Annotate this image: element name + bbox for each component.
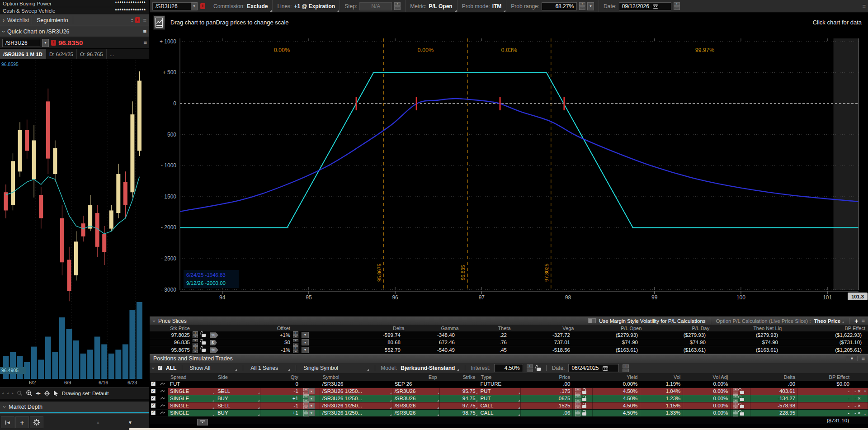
symbol-cell[interactable]: /SR3U26 1/250... bbox=[320, 402, 392, 409]
column-header[interactable] bbox=[731, 374, 750, 381]
price-controls[interactable]: +− bbox=[573, 410, 593, 416]
column-header[interactable]: Strike bbox=[440, 374, 478, 381]
column-header[interactable] bbox=[301, 374, 320, 381]
calendar-icon[interactable] bbox=[603, 366, 608, 371]
exp-cell[interactable]: /SR3U26 bbox=[392, 395, 440, 402]
price-controls[interactable]: +− bbox=[573, 388, 593, 395]
drawing-set-label[interactable]: Drawing set: Default bbox=[62, 391, 109, 396]
spread-cell[interactable]: SINGLE bbox=[168, 402, 215, 409]
unlock-icon[interactable] bbox=[202, 340, 210, 345]
price-controls[interactable]: +− bbox=[573, 395, 593, 402]
column-header[interactable]: Symbol bbox=[320, 374, 392, 381]
row-checkbox[interactable] bbox=[151, 389, 156, 393]
exp-cell[interactable]: /SR3U26 bbox=[392, 388, 440, 395]
strike-cell[interactable]: 98.75 bbox=[440, 410, 478, 416]
watchlist-label[interactable]: Watchlist bbox=[7, 17, 29, 24]
zoom-out-icon[interactable] bbox=[17, 390, 23, 396]
collapse-up-icon[interactable]: ▲ bbox=[96, 420, 100, 425]
commission-dropdown[interactable]: Commission: Exclude bbox=[209, 0, 273, 12]
offset-dropdown-button[interactable]: ▼ bbox=[302, 347, 309, 353]
date-input[interactable]: 09/12/2026 bbox=[619, 2, 671, 10]
column-header[interactable]: Vol bbox=[640, 374, 683, 381]
column-header[interactable] bbox=[573, 374, 593, 381]
positions-date-input[interactable]: 06/24/2025 bbox=[568, 364, 619, 372]
column-header[interactable]: BP Effect bbox=[784, 325, 868, 331]
symbol-cell[interactable]: /SR3U26 1/250... bbox=[320, 388, 392, 395]
row-checkbox[interactable] bbox=[151, 382, 156, 386]
price-slices-menu-icon[interactable]: ≡ bbox=[861, 317, 864, 324]
expand-down-icon[interactable]: ▼ bbox=[128, 420, 132, 425]
column-header[interactable]: P/L Open bbox=[576, 325, 644, 331]
column-header[interactable]: Theta bbox=[462, 325, 514, 331]
row-checkbox[interactable] bbox=[151, 396, 156, 401]
offset-mode-tag[interactable]: % bbox=[210, 347, 225, 353]
strike-cell[interactable]: 95.75 bbox=[440, 388, 478, 395]
type-cell[interactable]: FUTURE bbox=[478, 381, 521, 387]
interest-stepper[interactable]: +− bbox=[527, 364, 533, 372]
offset-value[interactable]: $0 bbox=[225, 339, 293, 346]
row-checkbox[interactable] bbox=[151, 411, 156, 415]
stk-price-value[interactable]: 97.8025 bbox=[150, 331, 193, 339]
symbol-row-menu-icon[interactable]: ≡ bbox=[143, 39, 146, 46]
offset-value[interactable]: +1% bbox=[225, 331, 293, 339]
analyze-trade-icon[interactable] bbox=[160, 396, 165, 401]
strike-cell[interactable] bbox=[440, 381, 478, 387]
step-stepper[interactable]: +− bbox=[394, 2, 401, 10]
zoom-in-icon[interactable] bbox=[26, 390, 33, 397]
date-stepper[interactable]: +− bbox=[674, 2, 680, 10]
analyze-trade-icon[interactable] bbox=[160, 389, 165, 393]
alert-badge-icon[interactable] bbox=[135, 17, 140, 23]
price-controls[interactable]: +− bbox=[573, 402, 593, 409]
prob-range-dropdown-button[interactable]: ▼ bbox=[587, 2, 594, 10]
column-header[interactable]: Type bbox=[478, 374, 521, 381]
chevron-down-icon[interactable]: › bbox=[0, 31, 7, 33]
column-header[interactable]: BP Effect bbox=[798, 374, 852, 381]
chevron-right-icon[interactable]: › bbox=[3, 17, 5, 24]
calendar-icon[interactable] bbox=[653, 4, 658, 9]
step-input[interactable]: N/A bbox=[359, 2, 392, 10]
vol-adj-controls[interactable]: +− bbox=[731, 388, 750, 395]
model-dropdown[interactable]: Bjerksund-Stensland bbox=[401, 365, 459, 371]
symbol-input[interactable]: /SR3U26 bbox=[152, 2, 191, 10]
column-header[interactable]: Delta bbox=[346, 325, 407, 331]
add-gadget-icon[interactable]: + bbox=[15, 416, 29, 428]
column-header[interactable]: P/L Day bbox=[644, 325, 712, 331]
unlock-icon[interactable] bbox=[202, 347, 210, 353]
gear-icon[interactable] bbox=[30, 416, 43, 428]
scroll-left-icon[interactable]: ◂ bbox=[7, 391, 9, 395]
dock-left-icon[interactable]: ◀ bbox=[1, 416, 14, 428]
quick-chart-header[interactable]: › Quick Chart on /SR3U26 ≡ bbox=[0, 26, 149, 37]
risk-profile-chart[interactable]: + 1000+ 5000- 500- 1000- 1500- 2000- 250… bbox=[150, 34, 868, 317]
spread-cell[interactable]: SINGLE bbox=[168, 410, 215, 416]
symbol-cell[interactable]: /SR3U26 bbox=[320, 381, 392, 387]
side-cell[interactable] bbox=[215, 381, 260, 387]
offset-stepper[interactable]: +− bbox=[293, 331, 302, 338]
chevron-down-icon[interactable]: › bbox=[150, 367, 156, 369]
analyze-trade-icon[interactable] bbox=[160, 411, 165, 415]
symbol-dropdown-button[interactable]: ▼ bbox=[42, 39, 49, 47]
vol-adj-controls[interactable]: +− bbox=[731, 395, 750, 402]
column-header[interactable]: Vol Adj bbox=[683, 374, 731, 381]
sort-icon[interactable]: ▴▾ bbox=[131, 18, 132, 23]
exp-cell[interactable]: /SR3U26 bbox=[392, 410, 440, 416]
offset-stepper[interactable]: +− bbox=[293, 339, 302, 346]
column-header[interactable]: Yield bbox=[593, 374, 640, 381]
vol-adj-controls[interactable]: +− bbox=[731, 402, 750, 409]
side-cell[interactable]: SELL bbox=[215, 388, 260, 395]
analyze-trade-icon[interactable] bbox=[160, 403, 165, 408]
vol-adj-controls[interactable]: +− bbox=[731, 410, 750, 416]
qty-controls[interactable]: +−▼ bbox=[301, 388, 320, 395]
crosshair-icon[interactable] bbox=[44, 390, 50, 397]
scroll-up-icon[interactable]: ▲ bbox=[863, 389, 867, 392]
watchlist-menu-icon[interactable]: ≡ bbox=[143, 17, 146, 24]
unlock-icon[interactable] bbox=[537, 368, 541, 371]
type-cell[interactable]: PUT bbox=[478, 395, 521, 402]
offset-mode-tag[interactable]: $ bbox=[210, 340, 225, 345]
series-dropdown[interactable]: All 1 Series bbox=[249, 365, 290, 371]
show-all-dropdown[interactable]: Show All bbox=[188, 365, 237, 371]
positions-date-stepper[interactable]: +− bbox=[623, 364, 629, 372]
column-header[interactable]: Side bbox=[215, 374, 260, 381]
unlock-icon[interactable] bbox=[202, 332, 210, 338]
margin-volatility-toggle[interactable] bbox=[588, 318, 596, 323]
chevron-down-icon[interactable]: › bbox=[151, 320, 157, 322]
